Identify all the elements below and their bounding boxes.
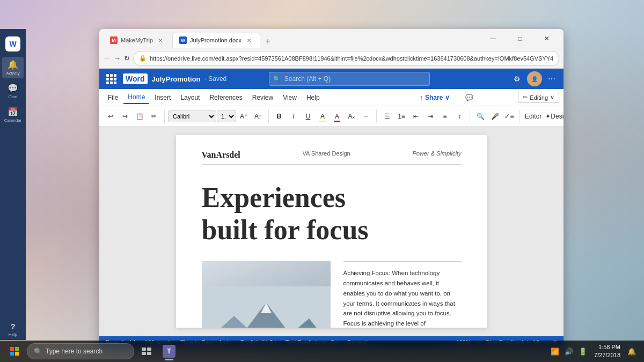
doc-title[interactable]: JulyPromotion xyxy=(152,75,201,83)
tab-label-makemytrip: MakeMyTrip xyxy=(121,37,153,43)
maximize-button[interactable]: □ xyxy=(508,31,532,47)
browser-addressbar: ← → ↻ 🔒 https://onedrive.live.com/edit.a… xyxy=(99,48,564,69)
logo-cell-4 xyxy=(15,352,19,356)
settings-icon[interactable]: ⚙ xyxy=(510,71,525,86)
forward-button[interactable]: → xyxy=(114,51,121,66)
menu-file[interactable]: File xyxy=(104,92,122,104)
sidebar-item-activity[interactable]: 🔔 Activity xyxy=(2,57,24,78)
font-size-selector[interactable]: 11 xyxy=(217,110,236,122)
start-button[interactable] xyxy=(4,341,25,361)
system-tray: 📶 🔊 🔋 1:58 PM 7/27/2018 🔔 xyxy=(549,343,640,360)
numbering-button[interactable]: 1≡ xyxy=(394,109,408,123)
clock-time: 1:58 PM xyxy=(594,343,620,351)
italic-button[interactable]: I xyxy=(287,109,301,123)
bullets-button[interactable]: ☰ xyxy=(380,109,394,123)
lock-icon: 🔒 xyxy=(139,55,147,62)
menu-insert[interactable]: Insert xyxy=(150,92,175,104)
more-format-button[interactable]: ··· xyxy=(359,109,373,123)
decrease-indent-button[interactable]: ⇤ xyxy=(409,109,423,123)
review-button[interactable]: ✓≡ xyxy=(502,109,516,123)
designer-button[interactable]: ✦ Designer xyxy=(544,109,564,123)
battery-icon[interactable]: 🔋 xyxy=(577,348,589,356)
editor-button[interactable]: Editor xyxy=(523,109,543,123)
menu-help[interactable]: Help xyxy=(302,92,324,104)
menu-layout[interactable]: Layout xyxy=(176,92,204,104)
calendar-icon: 📅 xyxy=(8,107,18,117)
sidebar-item-chat[interactable]: 💬 Chat xyxy=(2,80,24,102)
browser-window: M MakeMyTrip ✕ W JulyPromotion.docx ✕ + … xyxy=(99,29,564,348)
sidebar-label-help: Help xyxy=(9,332,17,337)
share-button[interactable]: ↑ Share ∨ xyxy=(413,92,456,104)
sidebar-label-calendar: Calendar xyxy=(4,118,21,123)
volume-icon[interactable]: 🔊 xyxy=(563,348,575,356)
format-painter-button[interactable]: ✏ xyxy=(147,109,161,123)
word-logo: Word xyxy=(123,73,148,84)
menu-home[interactable]: Home xyxy=(123,91,149,104)
menu-references[interactable]: References xyxy=(205,92,246,104)
toolbar-format-group: B I U A A Aₓ ··· xyxy=(272,109,377,123)
logo-cell-2 xyxy=(15,347,19,351)
search-icon: 🔍 xyxy=(34,348,42,356)
close-button[interactable]: ✕ xyxy=(535,31,559,47)
tab-close-word[interactable]: ✕ xyxy=(245,36,253,45)
user-avatar[interactable]: 👤 xyxy=(527,71,542,86)
url-text: https://onedrive.live.com/edit.aspx?resi… xyxy=(150,55,553,62)
notification-icon[interactable]: 🔔 xyxy=(626,348,638,356)
more-options-icon[interactable]: ⋯ xyxy=(544,71,559,86)
font-selector[interactable]: Calibri xyxy=(168,110,216,122)
header-right: Power & Simplicity xyxy=(412,150,461,157)
menu-view[interactable]: View xyxy=(279,92,301,104)
find-button[interactable]: 🔍 xyxy=(473,109,487,123)
tab-word[interactable]: W JulyPromotion.docx ✕ xyxy=(172,33,260,48)
increase-font-button[interactable]: A⁺ xyxy=(237,109,251,123)
task-view-button[interactable] xyxy=(136,341,157,361)
undo-button[interactable]: ↩ xyxy=(104,109,118,123)
sidebar-teams-logo[interactable]: W xyxy=(2,33,24,55)
taskbar-teams-app[interactable]: T xyxy=(159,341,179,361)
share-icon: ↑ xyxy=(420,94,423,101)
tab-add-button[interactable]: + xyxy=(261,35,274,48)
body-paragraph: Achieving Focus: When technology communi… xyxy=(343,268,462,328)
taskbar-search[interactable]: 🔍 Type here to search xyxy=(27,343,134,359)
minimize-button[interactable]: — xyxy=(481,31,506,47)
taskbar: 🔍 Type here to search T 📶 🔊 🔋 1:58 PM 7/… xyxy=(0,341,644,362)
toolbar-para-group: ☰ 1≡ ⇤ ⇥ ≡ ↕ xyxy=(380,109,470,123)
tab-close-makemytrip[interactable]: ✕ xyxy=(156,36,165,45)
sidebar-item-calendar[interactable]: 📅 Calendar xyxy=(2,104,24,125)
tab-makemytrip[interactable]: M MakeMyTrip ✕ xyxy=(104,33,171,48)
document-content: Achieving Focus: When technology communi… xyxy=(202,261,462,328)
mountain-svg xyxy=(202,286,331,328)
back-button[interactable]: ← xyxy=(104,51,111,66)
align-button[interactable]: ≡ xyxy=(438,109,452,123)
toolbar: ↩ ↪ 📋 ✏ Calibri 11 A⁺ A⁻ B I U A xyxy=(99,106,564,127)
extensions-icon[interactable]: 🧩 xyxy=(562,51,564,65)
menu-review[interactable]: Review xyxy=(248,92,277,104)
clear-format-button[interactable]: Aₓ xyxy=(345,109,358,123)
increase-indent-button[interactable]: ⇥ xyxy=(423,109,437,123)
line-spacing-button[interactable]: ↕ xyxy=(452,109,466,123)
sidebar-item-help[interactable]: ? Help xyxy=(2,319,24,340)
company-logo: VanArsdel xyxy=(202,150,240,160)
search-input[interactable] xyxy=(269,72,430,86)
tab-label-word: JulyPromotion.docx xyxy=(190,37,241,43)
system-clock[interactable]: 1:58 PM 7/27/2018 xyxy=(591,343,624,360)
bold-button[interactable]: B xyxy=(272,109,286,123)
clipboard-button[interactable]: 📋 xyxy=(133,109,147,123)
voice-button[interactable]: 🎤 xyxy=(488,109,502,123)
highlight-button[interactable]: A xyxy=(316,109,330,123)
font-color-button[interactable]: A xyxy=(330,109,344,123)
saved-status: · Saved xyxy=(205,75,227,83)
address-bar[interactable]: 🔒 https://onedrive.live.com/edit.aspx?re… xyxy=(133,51,559,66)
editing-mode-badge[interactable]: ✏ Editing ∨ xyxy=(518,92,559,103)
editing-chevron: ∨ xyxy=(550,94,554,101)
waffle-menu[interactable] xyxy=(104,71,119,86)
pencil-icon: ✏ xyxy=(523,94,528,101)
decrease-font-button[interactable]: A⁻ xyxy=(251,109,265,123)
office-search[interactable]: 🔍 xyxy=(269,72,430,86)
redo-button[interactable]: ↪ xyxy=(118,109,132,123)
network-icon[interactable]: 📶 xyxy=(549,348,561,356)
refresh-button[interactable]: ↻ xyxy=(124,51,130,66)
underline-button[interactable]: U xyxy=(301,109,315,123)
comments-button[interactable]: 💬 Comments xyxy=(459,91,513,104)
toolbar-misc-group: 🔍 🎤 ✓≡ xyxy=(473,109,520,123)
